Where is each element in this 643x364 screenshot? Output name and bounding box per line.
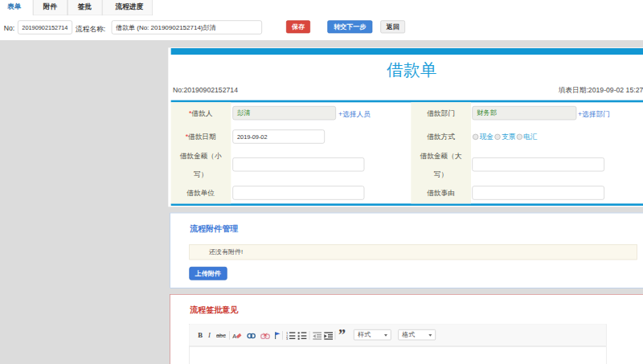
svg-text:A: A xyxy=(232,332,236,339)
svg-text:3: 3 xyxy=(286,337,289,340)
